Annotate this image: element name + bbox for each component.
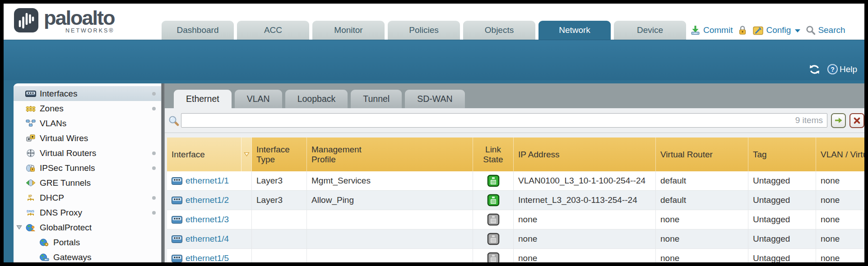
globalprotect-icon <box>25 223 37 232</box>
column-header-tag[interactable]: Tag <box>748 138 816 171</box>
refresh-icon[interactable] <box>808 64 821 75</box>
cell-link-state <box>473 249 514 262</box>
cell-link-state <box>473 229 514 248</box>
sidebar-item[interactable]: Virtual Routers <box>14 146 161 161</box>
sub-bar: ? Help <box>4 40 864 80</box>
nav-tab[interactable]: Dashboard <box>162 21 234 40</box>
interface-tab[interactable]: VLAN <box>235 90 282 108</box>
cell-tag: Untagged <box>748 171 816 190</box>
cell-interface-type <box>252 229 307 248</box>
sidebar-item-label: Virtual Routers <box>40 148 96 158</box>
svg-text:DNS: DNS <box>27 209 35 213</box>
top-bar: paloalto NETWORKS® Dashboard ACC Monitor… <box>4 4 864 40</box>
brand-sub: NETWORKS® <box>65 28 114 34</box>
interface-link[interactable]: ethernet1/2 <box>172 195 229 205</box>
interface-link[interactable]: ethernet1/5 <box>172 253 229 262</box>
cell-ip-address: none <box>514 210 656 229</box>
sidebar-item[interactable]: VLANs <box>14 116 161 131</box>
search-icon <box>806 25 816 35</box>
table-row[interactable]: ethernet1/5 none <box>167 249 864 262</box>
interfaces-icon <box>25 89 37 98</box>
column-header-interface[interactable]: Interface <box>167 138 252 171</box>
cell-vlan-virtual-wire: none <box>816 249 864 262</box>
vlans-icon <box>25 119 37 128</box>
content-body: Interfaces Zones VLANs <box>4 80 864 262</box>
sidebar-item[interactable]: Virtual Wires <box>14 131 161 146</box>
column-header-link-state[interactable]: Link State <box>473 138 514 171</box>
virtual-routers-icon <box>25 149 37 158</box>
table-header: Interface Interface Type Management Prof… <box>167 138 864 171</box>
sidebar-item[interactable]: Zones <box>14 101 161 116</box>
nav-tab[interactable]: Monitor <box>312 21 385 40</box>
nav-tab[interactable]: Device <box>614 21 686 40</box>
interface-type-tabs: Ethernet VLAN Loopback Tunnel SD-WAN <box>165 83 864 108</box>
clear-filter-button[interactable] <box>849 113 864 128</box>
cell-management-profile: Mgmt_Services <box>307 171 473 190</box>
interface-tab[interactable]: Tunnel <box>351 90 402 108</box>
interface-tab[interactable]: Loopback <box>285 90 348 108</box>
interface-link[interactable]: ethernet1/4 <box>172 234 229 244</box>
cell-virtual-router: none <box>656 249 748 262</box>
ethernet-port-icon <box>172 216 182 224</box>
filter-input[interactable] <box>181 113 827 128</box>
clear-x-icon <box>853 117 861 124</box>
sort-arrow-icon <box>244 152 250 157</box>
green-arrow-icon <box>834 116 843 124</box>
sidebar-item[interactable]: DNS DNS Proxy <box>14 205 161 220</box>
search-button[interactable]: Search <box>806 25 845 35</box>
table-row[interactable]: ethernet1/4 none <box>167 229 864 249</box>
lock-icon[interactable] <box>738 25 747 35</box>
apply-filter-button[interactable] <box>831 113 846 128</box>
cell-ip-address: none <box>514 249 656 262</box>
sidebar-item-label: Gateways <box>53 252 91 262</box>
nav-tab[interactable]: Network <box>538 21 611 40</box>
column-header-virtual-router[interactable]: Virtual Router <box>656 138 748 171</box>
table-row[interactable]: ethernet1/3 none <box>167 210 864 229</box>
interface-tab[interactable]: SD-WAN <box>405 90 464 108</box>
sidebar-item[interactable]: Gateways <box>14 250 161 262</box>
sort-dropdown[interactable] <box>241 138 251 171</box>
link-down-icon <box>487 213 500 226</box>
sidebar-item[interactable]: IP DHCP <box>14 190 161 205</box>
cell-interface: ethernet1/2 <box>167 191 252 210</box>
sidebar-item[interactable]: GRE Tunnels <box>14 175 161 190</box>
nav-tab[interactable]: Objects <box>463 21 535 40</box>
nav-tab[interactable]: ACC <box>237 21 309 40</box>
cell-vlan-virtual-wire: none <box>816 210 864 229</box>
cell-tag: Untagged <box>748 210 816 229</box>
cell-management-profile <box>307 229 473 248</box>
sidebar-item[interactable]: Portals <box>14 235 161 250</box>
sidebar-splitter[interactable] <box>161 83 165 262</box>
sidebar-item[interactable]: GlobalProtect <box>14 220 161 235</box>
sidebar-item-label: Zones <box>40 104 64 114</box>
filter-box: 9 items <box>181 113 827 128</box>
table-row[interactable]: ethernet1/1 Layer3 Mgmt_Services <box>167 171 864 191</box>
paloalto-logo: paloalto NETWORKS® <box>14 8 115 34</box>
column-header-ip-address[interactable]: IP Address <box>514 138 656 171</box>
commit-icon <box>690 25 701 36</box>
column-header-management-profile[interactable]: Management Profile <box>307 138 473 171</box>
interface-tab[interactable]: Ethernet <box>174 90 232 108</box>
commit-button[interactable]: Commit <box>690 25 733 36</box>
sidebar-item[interactable]: IPSec Tunnels <box>14 161 161 175</box>
help-button[interactable]: ? Help <box>827 64 857 75</box>
collapse-icon[interactable] <box>16 225 22 230</box>
cell-management-profile <box>307 249 473 262</box>
nav-tab[interactable]: Policies <box>388 21 460 40</box>
interface-link[interactable]: ethernet1/3 <box>172 215 229 225</box>
ethernet-port-icon <box>172 255 182 262</box>
paloalto-logo-icon <box>14 8 39 33</box>
config-menu[interactable]: Config <box>752 25 800 36</box>
interface-link[interactable]: ethernet1/1 <box>172 176 229 186</box>
column-header-interface-type[interactable]: Interface Type <box>252 138 307 171</box>
table-row[interactable]: ethernet1/2 Layer3 Allow_Ping I <box>167 191 864 210</box>
column-header-vlan-virtual-wire[interactable]: VLAN / Virtual Wire <box>816 138 864 171</box>
gre-tunnels-icon <box>25 179 37 188</box>
sidebar-item-label: Interfaces <box>40 89 77 99</box>
cell-interface: ethernet1/1 <box>167 171 252 190</box>
brand-wordmark: paloalto <box>44 8 115 28</box>
cell-link-state <box>473 191 514 210</box>
help-icon: ? <box>827 64 838 75</box>
sidebar-item[interactable]: Interfaces <box>14 86 161 101</box>
ethernet-panel: 9 items Interface <box>165 108 864 262</box>
